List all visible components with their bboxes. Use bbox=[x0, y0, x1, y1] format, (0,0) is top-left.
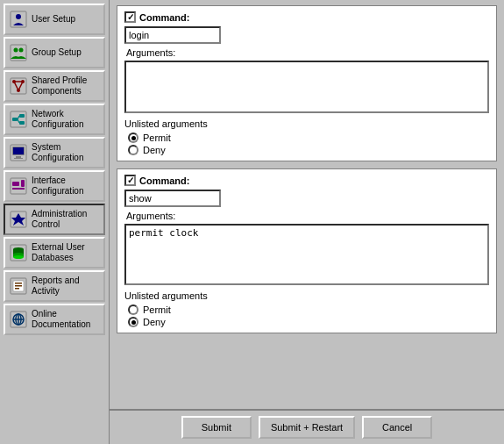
online-docs-icon bbox=[9, 310, 28, 329]
main-container: User Setup Group Setup bbox=[0, 0, 504, 444]
cancel-button[interactable]: Cancel bbox=[362, 416, 432, 439]
deny-radio-1[interactable] bbox=[128, 145, 138, 155]
sidebar-item-system-config[interactable]: System Configuration bbox=[4, 137, 105, 168]
svg-rect-22 bbox=[14, 158, 23, 159]
shared-icon bbox=[9, 76, 28, 96]
arguments-textarea-1[interactable] bbox=[124, 61, 489, 113]
command-header-1: ✓ Command: bbox=[124, 11, 489, 23]
command-block-1: ✓ Command: Arguments: Unlisted arguments… bbox=[117, 5, 497, 161]
svg-rect-24 bbox=[12, 182, 19, 186]
deny-label-2: Deny bbox=[143, 317, 166, 327]
radio-group-2: Permit Deny bbox=[128, 304, 489, 327]
svg-point-3 bbox=[14, 48, 18, 53]
svg-rect-13 bbox=[12, 118, 18, 121]
content-area: ✓ Command: Arguments: Unlisted arguments… bbox=[110, 0, 504, 444]
command-checkbox-1[interactable]: ✓ bbox=[124, 11, 136, 23]
deny-radio-2[interactable] bbox=[128, 317, 138, 327]
svg-rect-36 bbox=[15, 283, 22, 284]
group-icon bbox=[9, 43, 28, 62]
sidebar: User Setup Group Setup bbox=[0, 0, 110, 444]
svg-rect-14 bbox=[19, 114, 25, 118]
sidebar-item-label-online-docs: Online Documentation bbox=[32, 309, 100, 330]
permit-radio-1[interactable] bbox=[128, 132, 138, 143]
command-checkbox-label-2[interactable]: ✓ Command: bbox=[124, 175, 189, 186]
sidebar-item-network-config[interactable]: Network Configuration bbox=[4, 104, 105, 135]
deny-radio-label-1[interactable]: Deny bbox=[128, 145, 489, 155]
command-checkbox-label-1[interactable]: ✓ Command: bbox=[124, 11, 189, 23]
sidebar-item-label-system-config: System Configuration bbox=[32, 142, 100, 163]
network-icon bbox=[9, 110, 28, 129]
command-checkbox-2[interactable]: ✓ bbox=[124, 175, 136, 186]
system-icon bbox=[9, 143, 28, 162]
submit-restart-button[interactable]: Submit + Restart bbox=[259, 416, 355, 439]
permit-label-1: Permit bbox=[143, 132, 171, 143]
arguments-label-1: Arguments: bbox=[126, 47, 489, 58]
sidebar-item-label-network-config: Network Configuration bbox=[32, 109, 100, 130]
sidebar-item-admin-control[interactable]: Administration Control bbox=[4, 204, 105, 235]
svg-rect-38 bbox=[15, 288, 19, 290]
command-input-1[interactable] bbox=[124, 26, 221, 44]
sidebar-item-user-setup[interactable]: User Setup bbox=[4, 4, 105, 35]
sidebar-item-label-shared-profile: Shared Profile Components bbox=[32, 75, 100, 97]
unlisted-label-1: Unlisted arguments bbox=[124, 118, 489, 129]
button-bar: Submit Submit + Restart Cancel bbox=[110, 409, 504, 444]
svg-point-1 bbox=[16, 14, 21, 19]
sidebar-item-label-user-setup: User Setup bbox=[32, 14, 75, 25]
sidebar-item-label-external-db: External User Databases bbox=[32, 242, 100, 263]
submit-button[interactable]: Submit bbox=[181, 416, 252, 439]
svg-rect-15 bbox=[19, 121, 25, 125]
unlisted-label-2: Unlisted arguments bbox=[124, 290, 489, 301]
sidebar-item-label-interface-config: Interface Configuration bbox=[32, 175, 100, 197]
sidebar-item-label-admin-control: Administration Control bbox=[32, 209, 100, 230]
svg-rect-21 bbox=[16, 156, 21, 158]
sidebar-item-reports[interactable]: Reports and Activity bbox=[4, 270, 105, 302]
command-label-1: Command: bbox=[139, 12, 189, 23]
command-header-2: ✓ Command: bbox=[124, 175, 489, 186]
arguments-label-2: Arguments: bbox=[126, 211, 489, 221]
sidebar-item-shared-profile[interactable]: Shared Profile Components bbox=[4, 70, 105, 102]
sidebar-item-online-docs[interactable]: Online Documentation bbox=[4, 304, 105, 335]
sidebar-item-external-db[interactable]: External User Databases bbox=[4, 237, 105, 269]
command-input-2[interactable] bbox=[124, 190, 221, 207]
arguments-textarea-2[interactable] bbox=[124, 224, 489, 285]
admin-icon bbox=[9, 210, 28, 229]
reports-icon bbox=[9, 276, 28, 296]
scroll-panel: ✓ Command: Arguments: Unlisted arguments… bbox=[110, 0, 504, 409]
svg-rect-25 bbox=[12, 188, 25, 190]
permit-radio-label-1[interactable]: Permit bbox=[128, 132, 489, 143]
svg-rect-37 bbox=[15, 285, 22, 287]
radio-group-1: Permit Deny bbox=[128, 132, 489, 155]
svg-rect-26 bbox=[21, 180, 25, 187]
command-block-2: ✓ Command: Arguments: Unlisted arguments… bbox=[117, 168, 497, 333]
permit-radio-2[interactable] bbox=[128, 304, 138, 315]
permit-label-2: Permit bbox=[143, 304, 171, 315]
svg-rect-20 bbox=[13, 147, 24, 154]
scroll-content[interactable]: ✓ Command: Arguments: Unlisted arguments… bbox=[110, 0, 504, 409]
deny-radio-label-2[interactable]: Deny bbox=[128, 317, 489, 327]
sidebar-item-label-reports: Reports and Activity bbox=[32, 276, 100, 297]
sidebar-item-interface-config[interactable]: Interface Configuration bbox=[4, 170, 105, 202]
user-icon bbox=[9, 10, 28, 29]
interface-icon bbox=[9, 176, 28, 196]
permit-radio-label-2[interactable]: Permit bbox=[128, 304, 489, 315]
deny-label-1: Deny bbox=[143, 145, 166, 155]
sidebar-item-label-group-setup: Group Setup bbox=[32, 47, 82, 58]
sidebar-item-group-setup[interactable]: Group Setup bbox=[4, 37, 105, 68]
external-db-icon bbox=[9, 243, 28, 262]
svg-point-4 bbox=[19, 48, 24, 53]
command-label-2: Command: bbox=[139, 175, 189, 186]
svg-point-33 bbox=[13, 255, 24, 259]
